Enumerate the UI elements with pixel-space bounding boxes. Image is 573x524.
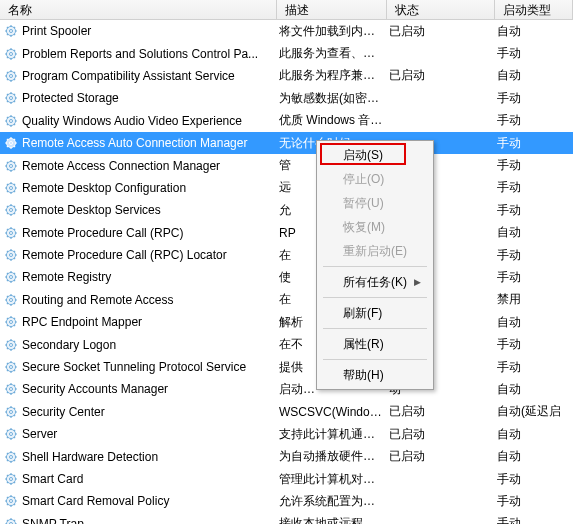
- menu-start[interactable]: 启动(S): [319, 143, 431, 167]
- service-desc: 接收本地或远程简…: [277, 515, 387, 524]
- service-gear-icon: [4, 472, 18, 486]
- service-status: 已启动: [387, 448, 495, 465]
- menu-restart: 重新启动(E): [319, 239, 431, 263]
- column-header-name[interactable]: 名称: [0, 0, 277, 19]
- service-gear-icon: [4, 24, 18, 38]
- service-row[interactable]: Print Spooler将文件加载到内存…已启动自动: [0, 20, 573, 42]
- service-row[interactable]: Server支持此计算机通过…已启动自动: [0, 423, 573, 445]
- service-name: RPC Endpoint Mapper: [22, 315, 142, 329]
- service-desc: WSCSVC(Windo…: [277, 405, 387, 419]
- service-row[interactable]: Remote Procedure Call (RPC) Locator在手动: [0, 244, 573, 266]
- service-gear-icon: [4, 181, 18, 195]
- service-startup: 手动: [495, 247, 573, 264]
- menu-help[interactable]: 帮助(H): [319, 363, 431, 387]
- service-row[interactable]: Smart Card Removal Policy允许系统配置为移…手动: [0, 490, 573, 512]
- service-gear-icon: [4, 136, 18, 150]
- service-row[interactable]: Secure Socket Tunneling Protocol Service…: [0, 356, 573, 378]
- service-startup: 手动: [495, 90, 573, 107]
- service-gear-icon: [4, 270, 18, 284]
- service-name: Secure Socket Tunneling Protocol Service: [22, 360, 246, 374]
- service-row[interactable]: Secondary Logon在不手动: [0, 333, 573, 355]
- service-row[interactable]: Shell Hardware Detection为自动播放硬件事…已启动自动: [0, 445, 573, 467]
- service-startup: 自动: [495, 67, 573, 84]
- service-row[interactable]: Security Accounts Manager启动…动自动: [0, 378, 573, 400]
- service-gear-icon: [4, 315, 18, 329]
- menu-pause: 暂停(U): [319, 191, 431, 215]
- service-desc: 允许系统配置为移…: [277, 493, 387, 510]
- service-row[interactable]: Remote Access Auto Connection Manager无论什…: [0, 132, 573, 154]
- column-header-row: 名称 描述 状态 启动类型: [0, 0, 573, 20]
- column-header-startup[interactable]: 启动类型: [495, 0, 573, 19]
- menu-refresh[interactable]: 刷新(F): [319, 301, 431, 325]
- service-name: Routing and Remote Access: [22, 293, 173, 307]
- service-status: 已启动: [387, 426, 495, 443]
- context-menu: 启动(S) 停止(O) 暂停(U) 恢复(M) 重新启动(E) 所有任务(K) …: [316, 140, 434, 390]
- service-gear-icon: [4, 382, 18, 396]
- service-row[interactable]: Remote Access Connection Manager管手动: [0, 154, 573, 176]
- service-startup: 手动: [495, 135, 573, 152]
- service-row[interactable]: Routing and Remote Access在禁用: [0, 289, 573, 311]
- service-gear-icon: [4, 248, 18, 262]
- service-row[interactable]: Security CenterWSCSVC(Windo…已启动自动(延迟启: [0, 401, 573, 423]
- service-name: Remote Registry: [22, 270, 111, 284]
- service-name: Server: [22, 427, 57, 441]
- service-startup: 自动: [495, 314, 573, 331]
- service-startup: 手动: [495, 493, 573, 510]
- column-header-status[interactable]: 状态: [387, 0, 495, 19]
- column-header-desc[interactable]: 描述: [277, 0, 387, 19]
- service-name: Problem Reports and Solutions Control Pa…: [22, 47, 258, 61]
- service-gear-icon: [4, 114, 18, 128]
- service-name: Remote Access Connection Manager: [22, 159, 220, 173]
- service-gear-icon: [4, 427, 18, 441]
- service-row[interactable]: Remote Desktop Configuration远手动: [0, 177, 573, 199]
- service-gear-icon: [4, 405, 18, 419]
- service-row[interactable]: Program Compatibility Assistant Service此…: [0, 65, 573, 87]
- service-name: Remote Desktop Configuration: [22, 181, 186, 195]
- menu-properties[interactable]: 属性(R): [319, 332, 431, 356]
- service-name: Program Compatibility Assistant Service: [22, 69, 235, 83]
- service-row[interactable]: RPC Endpoint Mapper解析动自动: [0, 311, 573, 333]
- service-startup: 自动: [495, 426, 573, 443]
- service-gear-icon: [4, 159, 18, 173]
- service-row[interactable]: Remote Procedure Call (RPC)RP动自动: [0, 222, 573, 244]
- service-startup: 手动: [495, 336, 573, 353]
- service-row[interactable]: Problem Reports and Solutions Control Pa…: [0, 42, 573, 64]
- service-startup: 手动: [495, 359, 573, 376]
- service-gear-icon: [4, 494, 18, 508]
- menu-separator: [323, 266, 427, 267]
- service-row[interactable]: Quality Windows Audio Video Experience优质…: [0, 110, 573, 132]
- service-status: 已启动: [387, 23, 495, 40]
- service-gear-icon: [4, 226, 18, 240]
- service-desc: 支持此计算机通过…: [277, 426, 387, 443]
- service-desc: 优质 Windows 音…: [277, 112, 387, 129]
- service-gear-icon: [4, 338, 18, 352]
- service-row[interactable]: SNMP Trap接收本地或远程简…手动: [0, 513, 573, 524]
- menu-separator: [323, 359, 427, 360]
- service-startup: 自动: [495, 224, 573, 241]
- service-row[interactable]: Remote Desktop Services允手动: [0, 199, 573, 221]
- service-gear-icon: [4, 293, 18, 307]
- service-row[interactable]: Smart Card管理此计算机对智…手动: [0, 468, 573, 490]
- service-startup: 手动: [495, 471, 573, 488]
- menu-all-tasks[interactable]: 所有任务(K): [319, 270, 431, 294]
- menu-separator: [323, 328, 427, 329]
- service-row[interactable]: Remote Registry使手动: [0, 266, 573, 288]
- service-name: Remote Desktop Services: [22, 203, 161, 217]
- service-name: Smart Card: [22, 472, 83, 486]
- service-status: 已启动: [387, 67, 495, 84]
- menu-separator: [323, 297, 427, 298]
- service-name: Security Accounts Manager: [22, 382, 168, 396]
- menu-stop: 停止(O): [319, 167, 431, 191]
- services-list: Print Spooler将文件加载到内存…已启动自动Problem Repor…: [0, 20, 573, 524]
- service-startup: 自动: [495, 23, 573, 40]
- service-startup: 手动: [495, 157, 573, 174]
- service-row[interactable]: Protected Storage为敏感数据(如密…手动: [0, 87, 573, 109]
- service-startup: 禁用: [495, 291, 573, 308]
- service-name: Smart Card Removal Policy: [22, 494, 169, 508]
- service-name: Print Spooler: [22, 24, 91, 38]
- service-gear-icon: [4, 47, 18, 61]
- service-gear-icon: [4, 69, 18, 83]
- service-name: Protected Storage: [22, 91, 119, 105]
- service-gear-icon: [4, 450, 18, 464]
- menu-resume: 恢复(M): [319, 215, 431, 239]
